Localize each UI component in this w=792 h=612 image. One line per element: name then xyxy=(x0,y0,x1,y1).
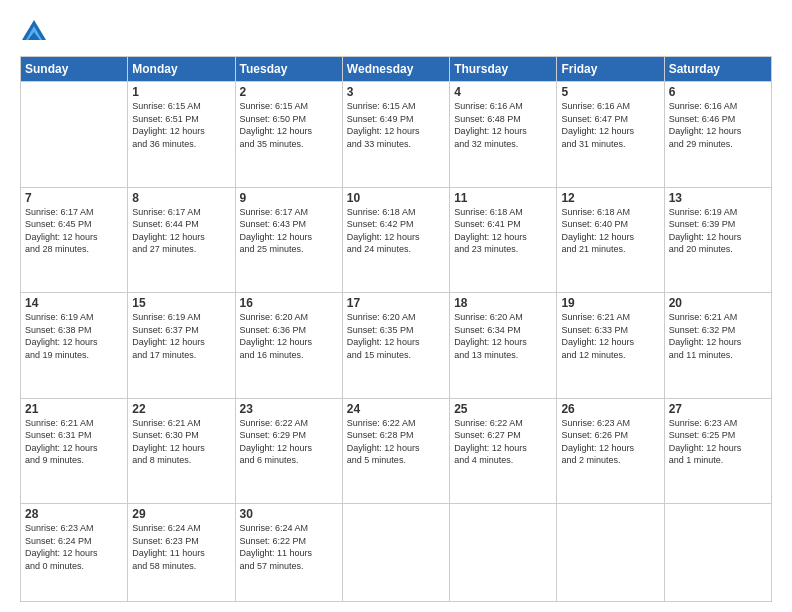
calendar-cell: 18Sunrise: 6:20 AM Sunset: 6:34 PM Dayli… xyxy=(450,293,557,399)
calendar-cell: 22Sunrise: 6:21 AM Sunset: 6:30 PM Dayli… xyxy=(128,398,235,504)
calendar-cell xyxy=(450,504,557,602)
weekday-header-saturday: Saturday xyxy=(664,57,771,82)
day-info: Sunrise: 6:22 AM Sunset: 6:28 PM Dayligh… xyxy=(347,417,445,467)
day-info: Sunrise: 6:19 AM Sunset: 6:39 PM Dayligh… xyxy=(669,206,767,256)
day-info: Sunrise: 6:20 AM Sunset: 6:34 PM Dayligh… xyxy=(454,311,552,361)
calendar-cell xyxy=(21,82,128,188)
day-number: 22 xyxy=(132,402,230,416)
day-number: 9 xyxy=(240,191,338,205)
day-info: Sunrise: 6:20 AM Sunset: 6:36 PM Dayligh… xyxy=(240,311,338,361)
calendar-cell: 26Sunrise: 6:23 AM Sunset: 6:26 PM Dayli… xyxy=(557,398,664,504)
weekday-header-thursday: Thursday xyxy=(450,57,557,82)
day-info: Sunrise: 6:21 AM Sunset: 6:31 PM Dayligh… xyxy=(25,417,123,467)
day-info: Sunrise: 6:23 AM Sunset: 6:24 PM Dayligh… xyxy=(25,522,123,572)
calendar-cell: 13Sunrise: 6:19 AM Sunset: 6:39 PM Dayli… xyxy=(664,187,771,293)
day-info: Sunrise: 6:16 AM Sunset: 6:47 PM Dayligh… xyxy=(561,100,659,150)
day-number: 4 xyxy=(454,85,552,99)
day-info: Sunrise: 6:24 AM Sunset: 6:23 PM Dayligh… xyxy=(132,522,230,572)
calendar-cell: 3Sunrise: 6:15 AM Sunset: 6:49 PM Daylig… xyxy=(342,82,449,188)
calendar-cell: 12Sunrise: 6:18 AM Sunset: 6:40 PM Dayli… xyxy=(557,187,664,293)
calendar-cell: 11Sunrise: 6:18 AM Sunset: 6:41 PM Dayli… xyxy=(450,187,557,293)
day-number: 17 xyxy=(347,296,445,310)
day-info: Sunrise: 6:18 AM Sunset: 6:41 PM Dayligh… xyxy=(454,206,552,256)
day-number: 6 xyxy=(669,85,767,99)
day-info: Sunrise: 6:17 AM Sunset: 6:44 PM Dayligh… xyxy=(132,206,230,256)
calendar-cell xyxy=(557,504,664,602)
day-number: 2 xyxy=(240,85,338,99)
calendar-cell xyxy=(342,504,449,602)
day-number: 24 xyxy=(347,402,445,416)
day-info: Sunrise: 6:16 AM Sunset: 6:46 PM Dayligh… xyxy=(669,100,767,150)
day-number: 27 xyxy=(669,402,767,416)
weekday-header-wednesday: Wednesday xyxy=(342,57,449,82)
calendar-cell: 10Sunrise: 6:18 AM Sunset: 6:42 PM Dayli… xyxy=(342,187,449,293)
day-number: 8 xyxy=(132,191,230,205)
day-number: 21 xyxy=(25,402,123,416)
calendar-cell: 24Sunrise: 6:22 AM Sunset: 6:28 PM Dayli… xyxy=(342,398,449,504)
day-info: Sunrise: 6:21 AM Sunset: 6:32 PM Dayligh… xyxy=(669,311,767,361)
day-number: 20 xyxy=(669,296,767,310)
calendar-cell: 27Sunrise: 6:23 AM Sunset: 6:25 PM Dayli… xyxy=(664,398,771,504)
calendar-cell: 6Sunrise: 6:16 AM Sunset: 6:46 PM Daylig… xyxy=(664,82,771,188)
day-number: 14 xyxy=(25,296,123,310)
weekday-header-monday: Monday xyxy=(128,57,235,82)
day-info: Sunrise: 6:19 AM Sunset: 6:37 PM Dayligh… xyxy=(132,311,230,361)
calendar-cell: 1Sunrise: 6:15 AM Sunset: 6:51 PM Daylig… xyxy=(128,82,235,188)
logo xyxy=(20,18,52,46)
day-info: Sunrise: 6:20 AM Sunset: 6:35 PM Dayligh… xyxy=(347,311,445,361)
calendar-cell: 23Sunrise: 6:22 AM Sunset: 6:29 PM Dayli… xyxy=(235,398,342,504)
weekday-header-sunday: Sunday xyxy=(21,57,128,82)
calendar-week-row: 14Sunrise: 6:19 AM Sunset: 6:38 PM Dayli… xyxy=(21,293,772,399)
day-number: 26 xyxy=(561,402,659,416)
calendar-cell xyxy=(664,504,771,602)
logo-icon xyxy=(20,18,48,46)
calendar-cell: 21Sunrise: 6:21 AM Sunset: 6:31 PM Dayli… xyxy=(21,398,128,504)
day-info: Sunrise: 6:23 AM Sunset: 6:26 PM Dayligh… xyxy=(561,417,659,467)
day-number: 5 xyxy=(561,85,659,99)
calendar-cell: 15Sunrise: 6:19 AM Sunset: 6:37 PM Dayli… xyxy=(128,293,235,399)
calendar-cell: 9Sunrise: 6:17 AM Sunset: 6:43 PM Daylig… xyxy=(235,187,342,293)
day-info: Sunrise: 6:16 AM Sunset: 6:48 PM Dayligh… xyxy=(454,100,552,150)
day-number: 12 xyxy=(561,191,659,205)
day-info: Sunrise: 6:23 AM Sunset: 6:25 PM Dayligh… xyxy=(669,417,767,467)
calendar-cell: 28Sunrise: 6:23 AM Sunset: 6:24 PM Dayli… xyxy=(21,504,128,602)
day-number: 7 xyxy=(25,191,123,205)
day-number: 15 xyxy=(132,296,230,310)
day-number: 1 xyxy=(132,85,230,99)
calendar-cell: 2Sunrise: 6:15 AM Sunset: 6:50 PM Daylig… xyxy=(235,82,342,188)
calendar-cell: 14Sunrise: 6:19 AM Sunset: 6:38 PM Dayli… xyxy=(21,293,128,399)
calendar-cell: 4Sunrise: 6:16 AM Sunset: 6:48 PM Daylig… xyxy=(450,82,557,188)
day-number: 28 xyxy=(25,507,123,521)
calendar-week-row: 21Sunrise: 6:21 AM Sunset: 6:31 PM Dayli… xyxy=(21,398,772,504)
calendar-cell: 8Sunrise: 6:17 AM Sunset: 6:44 PM Daylig… xyxy=(128,187,235,293)
day-number: 30 xyxy=(240,507,338,521)
calendar-table: SundayMondayTuesdayWednesdayThursdayFrid… xyxy=(20,56,772,602)
day-number: 11 xyxy=(454,191,552,205)
day-number: 13 xyxy=(669,191,767,205)
calendar-cell: 19Sunrise: 6:21 AM Sunset: 6:33 PM Dayli… xyxy=(557,293,664,399)
page: SundayMondayTuesdayWednesdayThursdayFrid… xyxy=(0,0,792,612)
day-info: Sunrise: 6:17 AM Sunset: 6:43 PM Dayligh… xyxy=(240,206,338,256)
calendar-cell: 30Sunrise: 6:24 AM Sunset: 6:22 PM Dayli… xyxy=(235,504,342,602)
day-number: 25 xyxy=(454,402,552,416)
day-number: 10 xyxy=(347,191,445,205)
calendar-cell: 25Sunrise: 6:22 AM Sunset: 6:27 PM Dayli… xyxy=(450,398,557,504)
day-info: Sunrise: 6:21 AM Sunset: 6:30 PM Dayligh… xyxy=(132,417,230,467)
calendar-week-row: 7Sunrise: 6:17 AM Sunset: 6:45 PM Daylig… xyxy=(21,187,772,293)
day-info: Sunrise: 6:15 AM Sunset: 6:49 PM Dayligh… xyxy=(347,100,445,150)
calendar-week-row: 1Sunrise: 6:15 AM Sunset: 6:51 PM Daylig… xyxy=(21,82,772,188)
calendar-cell: 16Sunrise: 6:20 AM Sunset: 6:36 PM Dayli… xyxy=(235,293,342,399)
calendar-week-row: 28Sunrise: 6:23 AM Sunset: 6:24 PM Dayli… xyxy=(21,504,772,602)
calendar-cell: 17Sunrise: 6:20 AM Sunset: 6:35 PM Dayli… xyxy=(342,293,449,399)
day-info: Sunrise: 6:15 AM Sunset: 6:51 PM Dayligh… xyxy=(132,100,230,150)
day-info: Sunrise: 6:15 AM Sunset: 6:50 PM Dayligh… xyxy=(240,100,338,150)
calendar-cell: 29Sunrise: 6:24 AM Sunset: 6:23 PM Dayli… xyxy=(128,504,235,602)
weekday-header-tuesday: Tuesday xyxy=(235,57,342,82)
header xyxy=(20,18,772,46)
weekday-header-friday: Friday xyxy=(557,57,664,82)
calendar-cell: 5Sunrise: 6:16 AM Sunset: 6:47 PM Daylig… xyxy=(557,82,664,188)
day-number: 16 xyxy=(240,296,338,310)
day-info: Sunrise: 6:24 AM Sunset: 6:22 PM Dayligh… xyxy=(240,522,338,572)
day-info: Sunrise: 6:17 AM Sunset: 6:45 PM Dayligh… xyxy=(25,206,123,256)
day-info: Sunrise: 6:22 AM Sunset: 6:29 PM Dayligh… xyxy=(240,417,338,467)
